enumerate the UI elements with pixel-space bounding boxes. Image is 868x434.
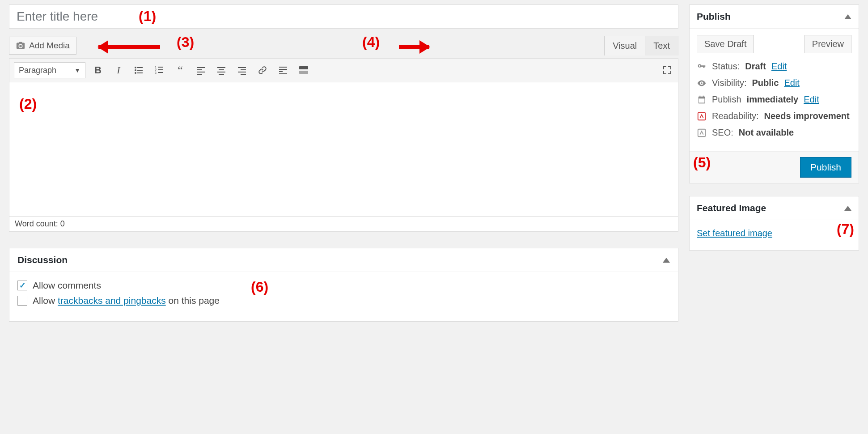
svg-rect-31	[698, 129, 706, 136]
visibility-edit-link[interactable]: Edit	[784, 78, 799, 88]
add-media-label: Add Media	[29, 41, 70, 51]
chevron-up-icon	[844, 14, 851, 19]
add-media-button[interactable]: Add Media	[9, 37, 76, 55]
word-count-value: 0	[60, 219, 65, 228]
status-label: Status:	[712, 61, 740, 72]
save-draft-button[interactable]: Save Draft	[697, 35, 754, 53]
svg-text:3: 3	[155, 71, 157, 74]
editor-statusbar: Word count: 0	[9, 217, 678, 232]
publish-box: Publish Save Draft Preview Status: Draft…	[689, 4, 859, 183]
preview-button[interactable]: Preview	[804, 35, 851, 53]
allow-comments-checkbox[interactable]	[17, 281, 27, 290]
svg-rect-3	[137, 70, 143, 71]
svg-rect-24	[279, 67, 287, 68]
svg-rect-14	[197, 72, 205, 72]
trackbacks-link[interactable]: trackbacks and pingbacks	[58, 295, 166, 306]
editor-tab-visual[interactable]: Visual	[604, 36, 645, 55]
status-value: Draft	[745, 61, 766, 72]
seo-value: Not available	[739, 128, 794, 138]
svg-rect-29	[299, 71, 308, 74]
svg-rect-26	[279, 71, 283, 72]
readability-label: Readability:	[712, 111, 759, 121]
chevron-down-icon: ▼	[74, 67, 80, 74]
eye-icon	[697, 78, 707, 88]
align-right-icon[interactable]	[236, 64, 248, 77]
svg-rect-16	[217, 67, 225, 68]
publish-heading: Publish	[697, 11, 731, 22]
svg-rect-7	[158, 67, 163, 68]
chevron-up-icon	[844, 206, 851, 211]
seo-label: SEO:	[712, 128, 733, 138]
key-icon	[697, 62, 707, 72]
svg-rect-23	[241, 74, 246, 75]
svg-rect-22	[238, 72, 246, 72]
visibility-label: Visibility:	[712, 78, 746, 88]
link-icon[interactable]	[256, 64, 269, 77]
schedule-value: immediately	[747, 94, 799, 105]
svg-rect-12	[197, 67, 205, 68]
svg-rect-5	[137, 72, 143, 73]
annotation-7: (7)	[837, 221, 854, 238]
align-left-icon[interactable]	[195, 64, 207, 77]
svg-rect-11	[158, 72, 163, 73]
paragraph-format-label: Paragraph	[19, 66, 56, 75]
allow-trackbacks-label: Allow trackbacks and pingbacks on this p…	[33, 295, 220, 306]
publish-toggle[interactable]: Publish	[690, 5, 859, 29]
yoast-seo-icon	[697, 128, 707, 138]
allow-comments-label: Allow comments	[33, 280, 101, 291]
svg-point-2	[135, 69, 136, 71]
italic-icon[interactable]: I	[112, 64, 125, 77]
discussion-toggle[interactable]: Discussion	[9, 248, 678, 272]
insert-more-icon[interactable]	[277, 64, 289, 77]
svg-point-4	[135, 72, 136, 74]
annotation-2: (2)	[19, 96, 37, 112]
svg-rect-9	[158, 69, 163, 70]
bullet-list-icon[interactable]	[133, 64, 145, 77]
allow-trackbacks-checkbox[interactable]	[17, 296, 27, 306]
svg-rect-28	[299, 66, 308, 69]
toolbar-toggle-icon[interactable]	[297, 64, 310, 77]
svg-rect-15	[197, 74, 202, 75]
chevron-up-icon	[663, 258, 670, 263]
align-center-icon[interactable]	[215, 64, 228, 77]
featured-image-box: Featured Image Set featured image (7)	[689, 196, 859, 251]
schedule-label: Publish	[712, 94, 741, 105]
status-edit-link[interactable]: Edit	[771, 61, 787, 72]
paragraph-format-select[interactable]: Paragraph ▼	[14, 62, 85, 78]
featured-image-heading: Featured Image	[697, 203, 766, 213]
readability-value: Needs improvement	[764, 111, 850, 121]
svg-point-0	[135, 67, 136, 68]
svg-rect-25	[279, 69, 287, 70]
editor-tab-text[interactable]: Text	[645, 36, 678, 55]
post-title-input[interactable]	[9, 4, 678, 29]
fullscreen-icon[interactable]	[661, 64, 673, 77]
visibility-value: Public	[752, 78, 779, 88]
editor-body[interactable]: (2)	[9, 82, 678, 217]
annotation-5: (5)	[693, 154, 711, 171]
svg-rect-13	[197, 69, 202, 70]
discussion-postbox: Discussion Allow comments Allow trackbac…	[9, 248, 678, 322]
schedule-edit-link[interactable]: Edit	[804, 94, 819, 105]
word-count-label: Word count:	[15, 219, 58, 228]
svg-rect-1	[137, 67, 143, 68]
blockquote-icon[interactable]: “	[174, 64, 186, 77]
svg-rect-20	[238, 67, 246, 68]
svg-rect-18	[217, 72, 225, 72]
calendar-icon	[697, 95, 707, 105]
svg-rect-17	[219, 69, 224, 70]
camera-icon	[16, 41, 25, 51]
numbered-list-icon[interactable]: 123	[153, 64, 166, 77]
set-featured-image-link[interactable]: Set featured image	[697, 228, 772, 238]
bold-icon[interactable]: B	[92, 64, 104, 77]
svg-rect-27	[279, 73, 287, 74]
yoast-readability-icon	[697, 111, 707, 121]
publish-button[interactable]: Publish	[800, 157, 851, 178]
discussion-heading: Discussion	[17, 255, 68, 265]
svg-rect-19	[219, 74, 224, 75]
svg-rect-30	[698, 112, 706, 120]
svg-rect-21	[241, 69, 246, 70]
featured-image-toggle[interactable]: Featured Image	[690, 196, 859, 220]
